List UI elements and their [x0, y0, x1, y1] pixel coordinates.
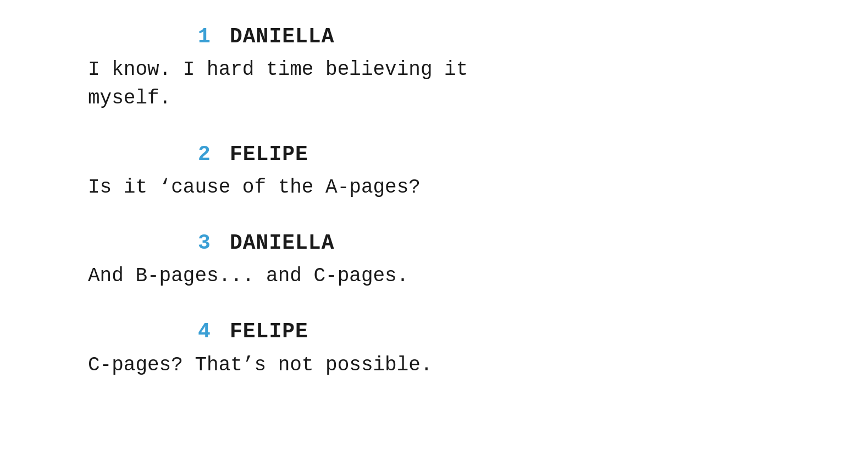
character-line-2: 2FELIPE	[88, 140, 780, 169]
line-number-3: 3	[198, 228, 214, 258]
line-number-2: 2	[198, 140, 214, 169]
character-name-4: FELIPE	[230, 317, 308, 346]
dialogue-block-4: 4FELIPEC-pages? That’s not possible.	[88, 317, 780, 379]
dialogue-text-3: And B-pages... and C-pages.	[88, 262, 780, 291]
dialogue-text-2: Is it ‘cause of the A-pages?	[88, 173, 780, 202]
dialogue-block-1: 1DANIELLAI know. I hard time believing i…	[88, 22, 780, 113]
character-name-1: DANIELLA	[230, 22, 334, 51]
line-number-1: 1	[198, 22, 214, 51]
dialogue-block-2: 2FELIPEIs it ‘cause of the A-pages?	[88, 140, 780, 202]
character-line-4: 4FELIPE	[88, 317, 780, 346]
screenplay-content: 1DANIELLAI know. I hard time believing i…	[88, 22, 780, 380]
character-name-2: FELIPE	[230, 140, 308, 169]
character-line-3: 3DANIELLA	[88, 228, 780, 258]
dialogue-text-4: C-pages? That’s not possible.	[88, 351, 780, 380]
line-number-4: 4	[198, 317, 214, 346]
character-line-1: 1DANIELLA	[88, 22, 780, 51]
character-name-3: DANIELLA	[230, 228, 334, 258]
dialogue-block-3: 3DANIELLAAnd B-pages... and C-pages.	[88, 228, 780, 291]
dialogue-text-1: I know. I hard time believing it myself.	[88, 56, 780, 113]
